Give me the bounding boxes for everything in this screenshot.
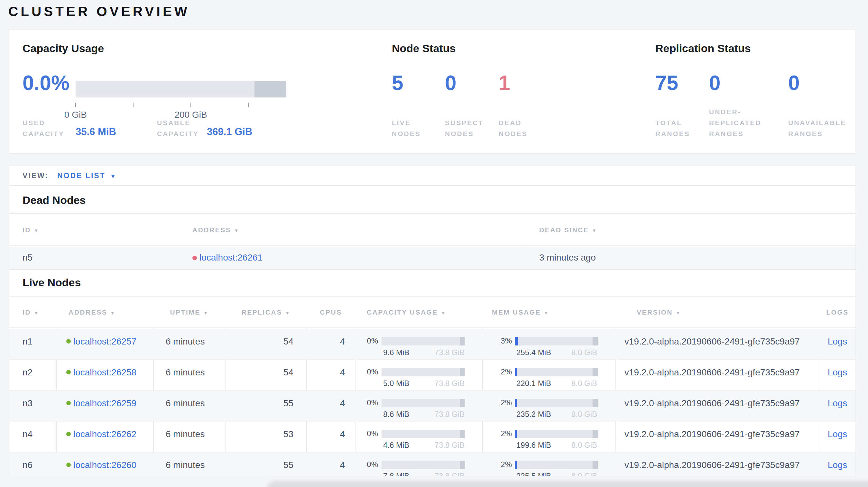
mem-usage-bar: [515, 461, 598, 469]
sort-arrow-icon: ▼: [544, 310, 549, 316]
node-id: n2: [23, 367, 32, 378]
label-line: NODES: [499, 130, 528, 137]
dead-nodes-label: DEAD NODES: [499, 118, 528, 139]
table-row: n3 localhost:26259 6 minutes 55 4 0% 8.6…: [9, 390, 856, 421]
bar-endcap: [593, 461, 598, 469]
view-selected-value[interactable]: NODE LIST: [57, 171, 105, 180]
table-row: n2 localhost:26258 6 minutes 54 4 0% 5.0…: [9, 360, 856, 390]
capacity-percent: 0.0%: [23, 71, 69, 95]
summary-card: Capacity Usage 0.0% 0 GiB 200 GiB USED C…: [9, 30, 856, 154]
capacity-total-value: 73.8 GiB: [381, 348, 465, 357]
bottom-scroll-shadow: [267, 481, 868, 487]
live-header-capacity-usage[interactable]: CAPACITY USAGE▼: [367, 309, 445, 316]
node-address-link[interactable]: localhost:26257: [73, 336, 136, 347]
node-uptime: 6 minutes: [166, 429, 205, 440]
live-header-version[interactable]: VERSION▼: [637, 309, 680, 316]
node-version: v19.2.0-alpha.20190606-2491-gfe735c9a97: [624, 398, 800, 409]
bar-endcap: [593, 430, 598, 438]
dead-header-id[interactable]: ID▼: [23, 226, 39, 234]
page-title: CLUSTER OVERVIEW: [8, 4, 190, 19]
node-address-link[interactable]: localhost:26259: [73, 398, 136, 409]
live-status-dot: [66, 401, 71, 405]
capacity-gauge-bar: [75, 81, 286, 97]
logs-link[interactable]: Logs: [819, 367, 856, 378]
label-line: REPLICATED: [709, 119, 762, 126]
node-uptime: 6 minutes: [166, 398, 205, 409]
node-uptime: 6 minutes: [166, 336, 205, 347]
sort-arrow-icon: ▼: [34, 310, 39, 316]
live-header-cpus[interactable]: CPUS: [306, 309, 355, 316]
capacity-percent-label: 0%: [355, 336, 378, 346]
dead-node-id: n5: [23, 253, 32, 263]
capacity-usage-bar: [381, 430, 465, 438]
logs-link[interactable]: Logs: [819, 336, 856, 347]
label-line: USABLE: [157, 119, 190, 126]
bar-fill: [515, 461, 517, 469]
live-nodes-header-row: ID▼ ADDRESS▼ UPTIME▼ REPLICAS▼ CPUS CAPA…: [9, 297, 856, 328]
node-address-link[interactable]: localhost:26258: [73, 367, 136, 378]
mem-percent-label: 3%: [489, 336, 512, 346]
capacity-total-value: 73.8 GiB: [381, 410, 465, 419]
bar-fill: [515, 337, 518, 346]
mem-total-value: 8.0 GiB: [515, 410, 597, 419]
node-id: n1: [23, 336, 32, 347]
logs-link[interactable]: Logs: [819, 398, 856, 409]
chevron-down-icon[interactable]: ▼: [110, 173, 116, 180]
live-nodes-label: LIVE NODES: [392, 118, 421, 139]
live-status-dot: [66, 462, 71, 467]
dead-header-dead-since[interactable]: DEAD SINCE▼: [539, 226, 596, 234]
live-header-address[interactable]: ADDRESS▼: [68, 309, 115, 316]
capacity-percent-label: 0%: [355, 460, 378, 469]
sort-arrow-icon: ▼: [234, 228, 239, 233]
used-capacity-value: 35.6 MiB: [75, 126, 116, 138]
sort-arrow-icon: ▼: [203, 310, 208, 316]
bar-endcap: [460, 399, 465, 407]
capacity-usage-bar: [381, 337, 465, 346]
logs-link[interactable]: Logs: [819, 429, 856, 440]
capacity-percent-label: 0%: [355, 367, 378, 376]
mem-total-value: 8.0 GiB: [515, 379, 597, 388]
node-cpus: 4: [306, 429, 345, 440]
gauge-tick: [75, 103, 76, 107]
dead-nodes-count: 1: [499, 72, 510, 94]
under-replicated-label: UNDER- REPLICATED RANGES: [709, 106, 762, 139]
bar-endcap: [460, 337, 465, 346]
mem-usage-bar: [515, 337, 598, 346]
live-header-id[interactable]: ID▼: [23, 309, 39, 316]
label-line: DEAD: [499, 119, 522, 126]
node-id: n6: [23, 460, 32, 470]
live-nodes-heading: Live Nodes: [23, 276, 81, 289]
bar-endcap: [593, 368, 598, 376]
sort-arrow-icon: ▼: [285, 310, 290, 316]
unavailable-ranges-label: UNAVAILABLE RANGES: [788, 118, 846, 139]
node-version: v19.2.0-alpha.20190606-2491-gfe735c9a97: [624, 336, 800, 347]
label-line: NODES: [392, 130, 421, 137]
mem-percent-label: 2%: [489, 460, 512, 469]
live-header-logs[interactable]: LOGS: [819, 309, 856, 316]
node-address-link[interactable]: localhost:26262: [73, 429, 136, 440]
suspect-nodes-count: 0: [445, 72, 457, 94]
bar-endcap: [460, 430, 465, 438]
label-line: SUSPECT: [445, 119, 484, 126]
node-cpus: 4: [306, 460, 345, 470]
dead-header-address[interactable]: ADDRESS▼: [192, 226, 239, 234]
live-header-uptime[interactable]: UPTIME▼: [153, 309, 225, 316]
bar-fill: [515, 399, 517, 407]
live-header-replicas[interactable]: REPLICAS▼: [225, 309, 306, 316]
label-line: UNDER-: [709, 108, 741, 116]
dead-node-address-link[interactable]: localhost:26261: [199, 253, 262, 263]
label-line: LIVE: [392, 119, 411, 126]
cluster-overview-page: CLUSTER OVERVIEW Capacity Usage 0.0% 0 G…: [0, 0, 868, 487]
label-line: UNAVAILABLE: [788, 119, 846, 126]
live-header-mem-usage[interactable]: MEM USAGE▼: [492, 309, 549, 316]
used-capacity-label: USED CAPACITY: [23, 118, 64, 139]
bar-endcap: [460, 368, 465, 376]
capacity-total-value: 73.8 GiB: [381, 379, 465, 388]
dead-nodes-table: ID▼ ADDRESS▼ DEAD SINCE▼ n5 localhost:26…: [9, 213, 856, 269]
view-selector[interactable]: NODE LIST▼: [57, 171, 116, 180]
usable-capacity-label: USABLE CAPACITY: [157, 118, 199, 139]
logs-link[interactable]: Logs: [819, 460, 856, 470]
mem-usage-bar: [515, 368, 598, 376]
node-address-link[interactable]: localhost:26260: [73, 460, 136, 470]
table-row: n4 localhost:26262 6 minutes 53 4 0% 4.6…: [9, 421, 856, 452]
